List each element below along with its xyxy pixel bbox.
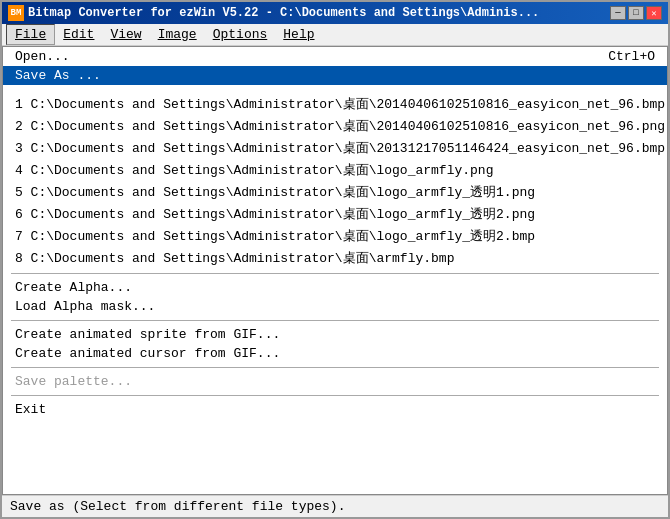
title-bar-left: BM Bitmap Converter for ezWin V5.22 - C:… <box>8 5 539 21</box>
recent-file-1[interactable]: 1 C:\Documents and Settings\Administrato… <box>3 93 667 115</box>
divider-1 <box>11 273 659 274</box>
menu-bar: File Edit View Image Options Help <box>2 24 668 46</box>
create-cursor-menu-item[interactable]: Create animated cursor from GIF... <box>3 344 667 363</box>
app-icon: BM <box>8 5 24 21</box>
title-controls: ─ □ ✕ <box>610 6 662 20</box>
save-palette-menu-item: Save palette... <box>3 372 667 391</box>
file-dropdown-menu: Open... Ctrl+O Save As ... 1 C:\Document… <box>2 46 668 495</box>
status-bar: Save as (Select from different file type… <box>2 495 668 517</box>
menu-help[interactable]: Help <box>275 25 322 44</box>
load-alpha-menu-item[interactable]: Load Alpha mask... <box>3 297 667 316</box>
create-sprite-menu-item[interactable]: Create animated sprite from GIF... <box>3 325 667 344</box>
exit-menu-item[interactable]: Exit <box>3 400 667 419</box>
recent-file-3[interactable]: 3 C:\Documents and Settings\Administrato… <box>3 137 667 159</box>
menu-view[interactable]: View <box>102 25 149 44</box>
restore-button[interactable]: □ <box>628 6 644 20</box>
main-window: BM Bitmap Converter for ezWin V5.22 - C:… <box>0 0 670 519</box>
menu-edit[interactable]: Edit <box>55 25 102 44</box>
create-alpha-menu-item[interactable]: Create Alpha... <box>3 278 667 297</box>
open-menu-item[interactable]: Open... Ctrl+O <box>3 47 667 66</box>
open-shortcut: Ctrl+O <box>608 49 655 64</box>
window-title: Bitmap Converter for ezWin V5.22 - C:\Do… <box>28 6 539 20</box>
recent-file-4[interactable]: 4 C:\Documents and Settings\Administrato… <box>3 159 667 181</box>
recent-file-6[interactable]: 6 C:\Documents and Settings\Administrato… <box>3 203 667 225</box>
open-label: Open... <box>15 49 70 64</box>
recent-file-7[interactable]: 7 C:\Documents and Settings\Administrato… <box>3 225 667 247</box>
save-as-menu-item[interactable]: Save As ... <box>3 66 667 85</box>
divider-2 <box>11 320 659 321</box>
menu-image[interactable]: Image <box>150 25 205 44</box>
minimize-button[interactable]: ─ <box>610 6 626 20</box>
title-bar: BM Bitmap Converter for ezWin V5.22 - C:… <box>2 2 668 24</box>
recent-file-8[interactable]: 8 C:\Documents and Settings\Administrato… <box>3 247 667 269</box>
close-button[interactable]: ✕ <box>646 6 662 20</box>
recent-file-2[interactable]: 2 C:\Documents and Settings\Administrato… <box>3 115 667 137</box>
divider-4 <box>11 395 659 396</box>
divider-3 <box>11 367 659 368</box>
recent-file-5[interactable]: 5 C:\Documents and Settings\Administrato… <box>3 181 667 203</box>
status-text: Save as (Select from different file type… <box>10 499 345 514</box>
menu-options[interactable]: Options <box>205 25 276 44</box>
menu-file[interactable]: File <box>6 24 55 45</box>
